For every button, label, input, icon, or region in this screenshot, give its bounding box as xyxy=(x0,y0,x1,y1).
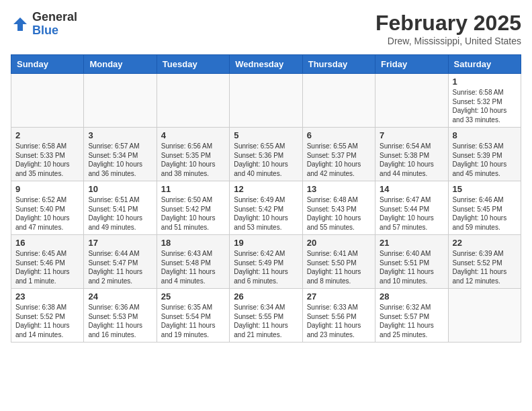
day-number: 9 xyxy=(15,184,79,194)
day-info: Sunrise: 6:48 AM Sunset: 5:43 PM Dayligh… xyxy=(307,195,371,232)
day-number: 12 xyxy=(234,184,298,194)
calendar-week-row: 23Sunrise: 6:38 AM Sunset: 5:52 PM Dayli… xyxy=(11,289,521,342)
day-info: Sunrise: 6:58 AM Sunset: 5:32 PM Dayligh… xyxy=(453,88,517,124)
day-info: Sunrise: 6:32 AM Sunset: 5:57 PM Dayligh… xyxy=(380,303,443,339)
calendar-day-cell: 17Sunrise: 6:44 AM Sunset: 5:47 PM Dayli… xyxy=(84,235,157,289)
calendar-day-cell: 3Sunrise: 6:57 AM Sunset: 5:34 PM Daylig… xyxy=(84,128,157,181)
calendar-day-cell: 22Sunrise: 6:39 AM Sunset: 5:52 PM Dayli… xyxy=(448,235,521,289)
logo: General Blue xyxy=(11,11,77,38)
calendar-day-cell: 23Sunrise: 6:38 AM Sunset: 5:52 PM Dayli… xyxy=(11,289,84,342)
day-number: 4 xyxy=(161,130,225,140)
calendar-day-cell: 24Sunrise: 6:36 AM Sunset: 5:53 PM Dayli… xyxy=(84,289,157,342)
day-info: Sunrise: 6:55 AM Sunset: 5:36 PM Dayligh… xyxy=(234,142,298,178)
day-info: Sunrise: 6:43 AM Sunset: 5:48 PM Dayligh… xyxy=(161,249,225,285)
calendar-day-cell: 10Sunrise: 6:51 AM Sunset: 5:41 PM Dayli… xyxy=(84,181,157,235)
calendar-week-row: 9Sunrise: 6:52 AM Sunset: 5:40 PM Daylig… xyxy=(11,181,521,235)
day-number: 15 xyxy=(453,184,517,194)
day-number: 10 xyxy=(88,184,152,194)
day-number: 11 xyxy=(161,184,225,194)
day-number: 28 xyxy=(380,291,443,302)
day-info: Sunrise: 6:56 AM Sunset: 5:35 PM Dayligh… xyxy=(161,142,225,178)
weekday-header: Tuesday xyxy=(157,55,229,74)
day-info: Sunrise: 6:54 AM Sunset: 5:38 PM Dayligh… xyxy=(380,142,443,178)
logo-general-text: General xyxy=(32,11,77,24)
day-number: 22 xyxy=(453,238,517,248)
location-subtitle: Drew, Mississippi, United States xyxy=(375,36,521,46)
day-info: Sunrise: 6:46 AM Sunset: 5:45 PM Dayligh… xyxy=(453,195,517,232)
day-info: Sunrise: 6:36 AM Sunset: 5:53 PM Dayligh… xyxy=(88,303,152,339)
calendar-week-row: 1Sunrise: 6:58 AM Sunset: 5:32 PM Daylig… xyxy=(11,74,521,128)
day-info: Sunrise: 6:50 AM Sunset: 5:42 PM Dayligh… xyxy=(161,195,225,232)
day-info: Sunrise: 6:42 AM Sunset: 5:49 PM Dayligh… xyxy=(234,249,298,285)
calendar-day-cell xyxy=(11,74,84,128)
calendar-day-cell: 4Sunrise: 6:56 AM Sunset: 5:35 PM Daylig… xyxy=(157,128,229,181)
title-block: February 2025 Drew, Mississippi, United … xyxy=(375,11,521,46)
weekday-header: Friday xyxy=(375,55,448,74)
day-info: Sunrise: 6:44 AM Sunset: 5:47 PM Dayligh… xyxy=(88,249,152,285)
calendar-day-cell: 6Sunrise: 6:55 AM Sunset: 5:37 PM Daylig… xyxy=(302,128,375,181)
calendar-day-cell: 18Sunrise: 6:43 AM Sunset: 5:48 PM Dayli… xyxy=(157,235,229,289)
day-number: 23 xyxy=(15,291,79,302)
day-info: Sunrise: 6:53 AM Sunset: 5:39 PM Dayligh… xyxy=(453,142,517,178)
day-number: 16 xyxy=(15,238,79,248)
day-number: 18 xyxy=(161,238,225,248)
calendar-day-cell: 20Sunrise: 6:41 AM Sunset: 5:50 PM Dayli… xyxy=(302,235,375,289)
day-number: 8 xyxy=(453,130,517,140)
day-number: 19 xyxy=(234,238,298,248)
day-info: Sunrise: 6:55 AM Sunset: 5:37 PM Dayligh… xyxy=(307,142,371,178)
calendar-day-cell: 14Sunrise: 6:47 AM Sunset: 5:44 PM Dayli… xyxy=(375,181,448,235)
calendar-day-cell: 11Sunrise: 6:50 AM Sunset: 5:42 PM Dayli… xyxy=(157,181,229,235)
calendar-day-cell xyxy=(84,74,157,128)
day-number: 13 xyxy=(307,184,371,194)
svg-marker-0 xyxy=(13,17,27,31)
calendar-header-row: SundayMondayTuesdayWednesdayThursdayFrid… xyxy=(11,55,521,74)
calendar-day-cell xyxy=(230,74,302,128)
day-number: 6 xyxy=(307,130,371,140)
calendar-day-cell: 8Sunrise: 6:53 AM Sunset: 5:39 PM Daylig… xyxy=(448,128,521,181)
day-info: Sunrise: 6:40 AM Sunset: 5:51 PM Dayligh… xyxy=(380,249,443,285)
day-number: 21 xyxy=(380,238,443,248)
calendar-day-cell: 16Sunrise: 6:45 AM Sunset: 5:46 PM Dayli… xyxy=(11,235,84,289)
day-info: Sunrise: 6:39 AM Sunset: 5:52 PM Dayligh… xyxy=(453,249,517,285)
day-number: 1 xyxy=(453,77,517,87)
logo-text: General Blue xyxy=(32,11,77,38)
day-number: 25 xyxy=(161,291,225,302)
calendar-day-cell: 7Sunrise: 6:54 AM Sunset: 5:38 PM Daylig… xyxy=(375,128,448,181)
weekday-header: Monday xyxy=(84,55,157,74)
day-number: 14 xyxy=(380,184,443,194)
calendar-day-cell: 28Sunrise: 6:32 AM Sunset: 5:57 PM Dayli… xyxy=(375,289,448,342)
day-number: 17 xyxy=(88,238,152,248)
day-number: 5 xyxy=(234,130,298,140)
day-number: 24 xyxy=(88,291,152,302)
calendar-table: SundayMondayTuesdayWednesdayThursdayFrid… xyxy=(11,54,521,342)
day-info: Sunrise: 6:45 AM Sunset: 5:46 PM Dayligh… xyxy=(15,249,79,285)
weekday-header: Saturday xyxy=(448,55,521,74)
weekday-header: Sunday xyxy=(11,55,84,74)
calendar-day-cell: 12Sunrise: 6:49 AM Sunset: 5:42 PM Dayli… xyxy=(230,181,302,235)
calendar-day-cell: 19Sunrise: 6:42 AM Sunset: 5:49 PM Dayli… xyxy=(230,235,302,289)
calendar-week-row: 2Sunrise: 6:58 AM Sunset: 5:33 PM Daylig… xyxy=(11,128,521,181)
day-info: Sunrise: 6:47 AM Sunset: 5:44 PM Dayligh… xyxy=(380,195,443,232)
page-header: General Blue February 2025 Drew, Mississ… xyxy=(11,11,521,46)
calendar-day-cell xyxy=(375,74,448,128)
calendar-day-cell: 2Sunrise: 6:58 AM Sunset: 5:33 PM Daylig… xyxy=(11,128,84,181)
day-info: Sunrise: 6:51 AM Sunset: 5:41 PM Dayligh… xyxy=(88,195,152,232)
day-number: 27 xyxy=(307,291,371,302)
day-info: Sunrise: 6:38 AM Sunset: 5:52 PM Dayligh… xyxy=(15,303,79,339)
day-number: 20 xyxy=(307,238,371,248)
day-info: Sunrise: 6:35 AM Sunset: 5:54 PM Dayligh… xyxy=(161,303,225,339)
day-info: Sunrise: 6:34 AM Sunset: 5:55 PM Dayligh… xyxy=(234,303,298,339)
day-info: Sunrise: 6:49 AM Sunset: 5:42 PM Dayligh… xyxy=(234,195,298,232)
day-info: Sunrise: 6:33 AM Sunset: 5:56 PM Dayligh… xyxy=(307,303,371,339)
day-number: 3 xyxy=(88,130,152,140)
day-info: Sunrise: 6:58 AM Sunset: 5:33 PM Dayligh… xyxy=(15,142,79,178)
calendar-day-cell xyxy=(302,74,375,128)
calendar-day-cell: 26Sunrise: 6:34 AM Sunset: 5:55 PM Dayli… xyxy=(230,289,302,342)
logo-icon xyxy=(11,15,30,34)
logo-blue-text: Blue xyxy=(32,24,77,38)
calendar-day-cell xyxy=(157,74,229,128)
calendar-day-cell: 13Sunrise: 6:48 AM Sunset: 5:43 PM Dayli… xyxy=(302,181,375,235)
day-info: Sunrise: 6:52 AM Sunset: 5:40 PM Dayligh… xyxy=(15,195,79,232)
calendar-day-cell: 5Sunrise: 6:55 AM Sunset: 5:36 PM Daylig… xyxy=(230,128,302,181)
day-info: Sunrise: 6:41 AM Sunset: 5:50 PM Dayligh… xyxy=(307,249,371,285)
